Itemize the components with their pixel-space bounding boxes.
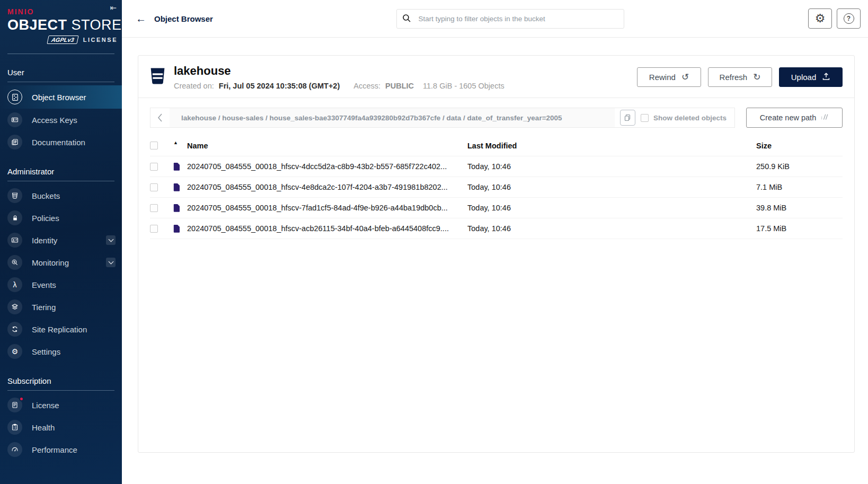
health-icon [7, 420, 22, 435]
sidebar-item-label: Performance [32, 445, 116, 454]
row-checkbox[interactable] [150, 225, 158, 233]
upload-button[interactable]: Upload [779, 67, 843, 87]
sidebar-item-label: Access Keys [32, 116, 116, 125]
divider [7, 181, 114, 181]
sidebar-item-label: Events [32, 280, 116, 289]
show-deleted-toggle[interactable]: Show deleted objects [641, 114, 734, 122]
help-button[interactable]: ? [837, 8, 861, 29]
minio-logo: MINIO OBJECT STORE AGPLv3 LICENSE [0, 0, 122, 44]
table-row[interactable]: 20240705_084555_00018_hfscv-4e8dca2c-107… [150, 177, 843, 198]
sidebar-item-object-browser[interactable]: Object Browser [0, 85, 122, 109]
breadcrumb[interactable]: lakehouse / house-sales / house_sales-ba… [170, 108, 615, 127]
page-title: Object Browser [154, 14, 213, 23]
identity-icon [7, 233, 22, 248]
sidebar-item-tiering[interactable]: Tiering [0, 296, 122, 318]
copy-path-button[interactable] [620, 110, 635, 126]
refresh-button[interactable]: Refresh ↻ [708, 67, 772, 87]
row-checkbox[interactable] [150, 204, 158, 212]
object-name[interactable]: 20240705_084555_00018_hfscv-4e8dca2c-107… [187, 183, 467, 191]
divider [7, 82, 114, 82]
sidebar-item-performance[interactable]: Performance [0, 438, 122, 461]
collapse-sidebar-icon[interactable]: ⇤ [110, 3, 117, 13]
object-browser-icon [7, 90, 22, 104]
object-size: 39.8 MiB [756, 204, 843, 212]
rewind-button[interactable]: Rewind ↺ [637, 67, 701, 87]
gear-icon: ⚙ [815, 13, 826, 24]
path-back-button[interactable] [150, 113, 170, 122]
sidebar-item-events[interactable]: λ Events [0, 274, 122, 296]
show-deleted-checkbox[interactable] [641, 114, 649, 122]
sidebar-item-identity[interactable]: Identity [0, 229, 122, 251]
settings-button[interactable]: ⚙ [808, 8, 832, 29]
license-icon [7, 398, 22, 412]
created-value: Fri, Jul 05 2024 10:35:08 (GMT+2) [219, 82, 340, 90]
search-icon [402, 14, 411, 25]
sidebar-item-label: Settings [32, 347, 116, 356]
sidebar-item-documentation[interactable]: Documentation [0, 131, 122, 153]
sort-ascending-icon[interactable]: ▲ [173, 140, 187, 145]
refresh-label: Refresh [720, 73, 748, 82]
sidebar: ⇤ MINIO OBJECT STORE AGPLv3 LICENSE User… [0, 0, 122, 484]
rewind-icon: ↺ [681, 73, 689, 82]
new-path-icon [821, 113, 829, 122]
brand-name: MINIO [7, 7, 122, 16]
sidebar-item-label: Identity [32, 236, 96, 245]
object-modified: Today, 10:46 [467, 204, 756, 212]
create-new-path-button[interactable]: Create new path [746, 108, 843, 128]
table-row[interactable]: 20240705_084555_00018_hfscv-7fad1cf5-84a… [150, 198, 843, 218]
bucket-card: lakehouse Created on: Fri, Jul 05 2024 1… [138, 55, 855, 453]
content: lakehouse Created on: Fri, Jul 05 2024 1… [122, 38, 868, 484]
table-row[interactable]: 20240705_084555_00018_hfscv-acb26115-34b… [150, 218, 843, 239]
sidebar-item-label: Health [32, 423, 116, 432]
sidebar-item-label: Buckets [32, 191, 116, 200]
sidebar-item-label: Policies [32, 214, 116, 223]
objects-table: ▲ Name Last Modified Size 20240705_08455… [138, 134, 854, 239]
sidebar-item-license[interactable]: License [0, 394, 122, 416]
object-name[interactable]: 20240705_084555_00018_hfscv-7fad1cf5-84a… [187, 204, 467, 212]
column-header-name[interactable]: Name [187, 142, 467, 150]
filter-objects-input[interactable] [396, 9, 624, 29]
settings-icon: ⚙ [7, 344, 22, 359]
section-title-administrator: Administrator [0, 167, 122, 176]
table-row[interactable]: 20240705_084555_00018_hfscv-4dcc5d2a-c8b… [150, 156, 843, 177]
sidebar-item-label: Monitoring [32, 258, 96, 267]
sidebar-item-label: License [32, 401, 116, 410]
file-icon [173, 162, 187, 172]
breadcrumb-container: lakehouse / house-sales / house_sales-ba… [150, 108, 735, 128]
column-header-size[interactable]: Size [756, 142, 843, 150]
row-checkbox[interactable] [150, 183, 158, 191]
object-size: 250.9 KiB [756, 162, 843, 171]
create-path-label: Create new path [760, 113, 816, 122]
sidebar-item-label: Documentation [32, 138, 116, 147]
access-value: PUBLIC [385, 82, 414, 90]
upload-icon [822, 72, 830, 82]
column-header-modified[interactable]: Last Modified [467, 142, 756, 150]
sidebar-item-settings[interactable]: ⚙ Settings [0, 340, 122, 363]
chevron-down-icon[interactable] [106, 235, 116, 245]
object-size: 17.5 MiB [756, 224, 843, 233]
sidebar-item-buckets[interactable]: Buckets [0, 184, 122, 207]
tiering-icon [7, 300, 22, 314]
sidebar-item-site-replication[interactable]: Site Replication [0, 318, 122, 340]
created-label: Created on: [174, 82, 214, 90]
agpl-badge: AGPLv3 [47, 36, 78, 44]
license-text: LICENSE [83, 37, 118, 43]
access-label: Access: [353, 82, 380, 90]
sidebar-item-health[interactable]: Health [0, 416, 122, 438]
performance-icon [7, 442, 22, 457]
sidebar-item-policies[interactable]: Policies [0, 207, 122, 229]
section-title-user: User [0, 68, 122, 77]
sidebar-item-access-keys[interactable]: Access Keys [0, 109, 122, 131]
back-arrow-icon[interactable]: ← [136, 13, 146, 24]
row-checkbox[interactable] [150, 163, 158, 171]
select-all-checkbox[interactable] [150, 142, 158, 149]
section-title-subscription: Subscription [0, 376, 122, 385]
sidebar-item-monitoring[interactable]: Monitoring [0, 251, 122, 274]
chevron-down-icon[interactable] [106, 258, 116, 267]
object-name[interactable]: 20240705_084555_00018_hfscv-4dcc5d2a-c8b… [187, 162, 467, 171]
object-modified: Today, 10:46 [467, 224, 756, 233]
upload-label: Upload [791, 73, 817, 82]
object-name[interactable]: 20240705_084555_00018_hfscv-acb26115-34b… [187, 224, 467, 233]
notification-dot [19, 397, 24, 401]
path-row: lakehouse / house-sales / house_sales-ba… [138, 98, 854, 134]
